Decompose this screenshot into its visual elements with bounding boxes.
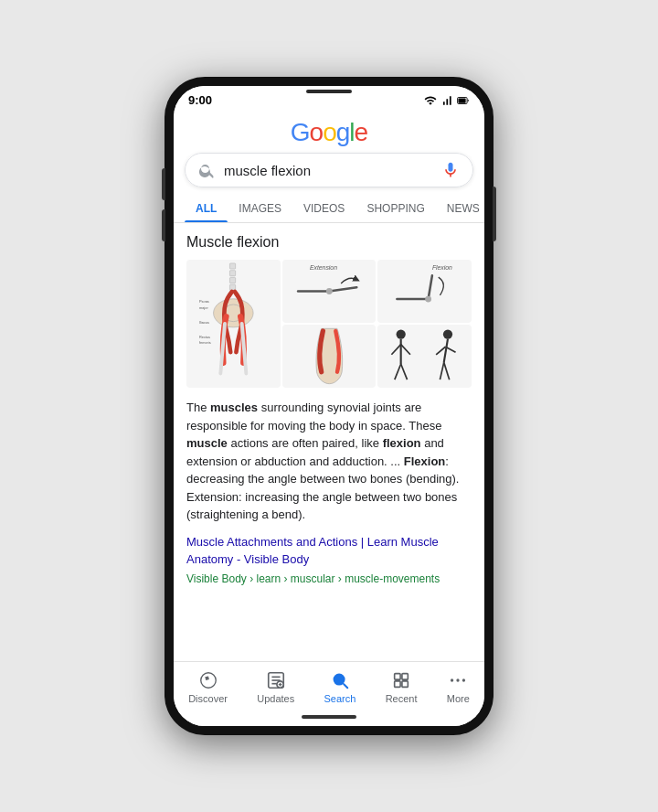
updates-icon xyxy=(265,669,287,691)
search-bar[interactable]: muscle flexion xyxy=(185,153,473,187)
svg-point-48 xyxy=(462,678,465,681)
vol-down-button[interactable] xyxy=(162,209,165,241)
home-bar[interactable] xyxy=(302,715,356,719)
nav-label-recent: Recent xyxy=(386,693,418,704)
svg-text:major: major xyxy=(199,305,208,310)
svg-line-34 xyxy=(444,362,450,379)
tab-images[interactable]: IMAGES xyxy=(228,195,292,222)
nav-item-updates[interactable]: Updates xyxy=(249,668,302,706)
recent-icon xyxy=(390,669,412,691)
svg-rect-43 xyxy=(402,674,408,679)
status-icons xyxy=(424,94,470,107)
nav-label-discover: Discover xyxy=(188,693,228,704)
result-link[interactable]: Muscle Attachments and Actions | Learn M… xyxy=(186,533,472,569)
svg-rect-42 xyxy=(395,674,400,679)
google-logo: Google xyxy=(291,118,367,147)
battery-icon xyxy=(457,94,470,107)
tab-shopping[interactable]: SHOPPING xyxy=(356,195,435,222)
svg-text:femoris: femoris xyxy=(199,340,211,345)
speaker xyxy=(306,90,352,93)
result-description: The muscles surrounding synovial joints … xyxy=(186,399,472,524)
signal-icon xyxy=(440,94,453,107)
svg-rect-5 xyxy=(229,284,235,290)
discover-icon xyxy=(197,669,219,691)
image-extension[interactable]: Extension xyxy=(282,260,377,323)
svg-text:Rectus: Rectus xyxy=(199,335,210,339)
search-query: muscle flexion xyxy=(224,163,441,178)
nav-label-search: Search xyxy=(324,693,356,704)
svg-line-17 xyxy=(329,287,356,291)
nav-item-more[interactable]: More xyxy=(440,668,477,706)
svg-point-18 xyxy=(326,288,333,294)
svg-text:Extension: Extension xyxy=(310,264,337,271)
result-breadcrumb: Visible Body › learn › muscular › muscle… xyxy=(186,572,472,585)
nav-label-more: More xyxy=(447,693,470,704)
svg-line-31 xyxy=(436,347,445,355)
svg-text:Psoas: Psoas xyxy=(199,299,209,304)
image-leg-muscle[interactable] xyxy=(282,325,377,388)
svg-point-47 xyxy=(457,678,460,681)
svg-line-26 xyxy=(401,345,410,355)
svg-line-30 xyxy=(444,339,448,363)
home-indicator xyxy=(174,710,484,726)
svg-point-6 xyxy=(214,299,254,327)
bottom-nav: Discover Updates xyxy=(174,661,484,710)
vol-up-button[interactable] xyxy=(162,168,165,200)
svg-line-25 xyxy=(392,345,401,355)
nav-label-updates: Updates xyxy=(257,693,294,704)
search-nav-icon xyxy=(329,669,351,691)
svg-point-46 xyxy=(451,678,453,681)
phone-frame: 9:00 Google xyxy=(164,77,494,735)
power-button[interactable] xyxy=(493,187,496,241)
svg-rect-4 xyxy=(229,277,235,283)
svg-point-22 xyxy=(426,296,432,303)
svg-line-33 xyxy=(440,362,444,379)
nav-item-recent[interactable]: Recent xyxy=(378,668,425,706)
tab-all[interactable]: ALL xyxy=(185,195,228,222)
svg-line-28 xyxy=(401,364,408,379)
image-flexion[interactable]: Flexion xyxy=(377,260,472,323)
nav-item-search[interactable]: Search xyxy=(316,668,363,706)
image-anatomy-left[interactable]: Psoas major Iliacus Rectus femoris xyxy=(186,260,281,388)
image-grid: Psoas major Iliacus Rectus femoris Exten… xyxy=(186,260,472,388)
wifi-icon xyxy=(424,94,437,107)
phone-screen: 9:00 Google xyxy=(174,86,484,726)
svg-rect-45 xyxy=(402,681,408,687)
image-standing-figures[interactable] xyxy=(377,325,472,388)
result-card: Muscle flexion xyxy=(174,223,484,596)
google-header: Google xyxy=(174,111,484,153)
svg-point-29 xyxy=(443,329,452,338)
svg-rect-3 xyxy=(229,271,235,276)
search-results: Muscle flexion xyxy=(174,223,484,661)
nav-item-discover[interactable]: Discover xyxy=(181,668,235,706)
svg-rect-1 xyxy=(458,98,465,102)
tab-news[interactable]: NEWS xyxy=(436,195,484,222)
svg-text:Flexion: Flexion xyxy=(432,264,452,271)
result-title: Muscle flexion xyxy=(186,234,472,251)
mic-icon[interactable] xyxy=(441,161,460,179)
search-icon xyxy=(198,162,215,178)
svg-rect-2 xyxy=(229,263,235,269)
svg-point-23 xyxy=(397,329,406,338)
svg-line-27 xyxy=(395,364,401,379)
search-tabs: ALL IMAGES VIDEOS SHOPPING NEWS M xyxy=(174,195,484,223)
status-time: 9:00 xyxy=(188,93,212,107)
svg-line-21 xyxy=(429,275,432,299)
tab-videos[interactable]: VIDEOS xyxy=(292,195,356,222)
more-icon xyxy=(447,669,469,691)
svg-text:Iliacus: Iliacus xyxy=(199,320,209,325)
svg-rect-44 xyxy=(395,681,400,687)
